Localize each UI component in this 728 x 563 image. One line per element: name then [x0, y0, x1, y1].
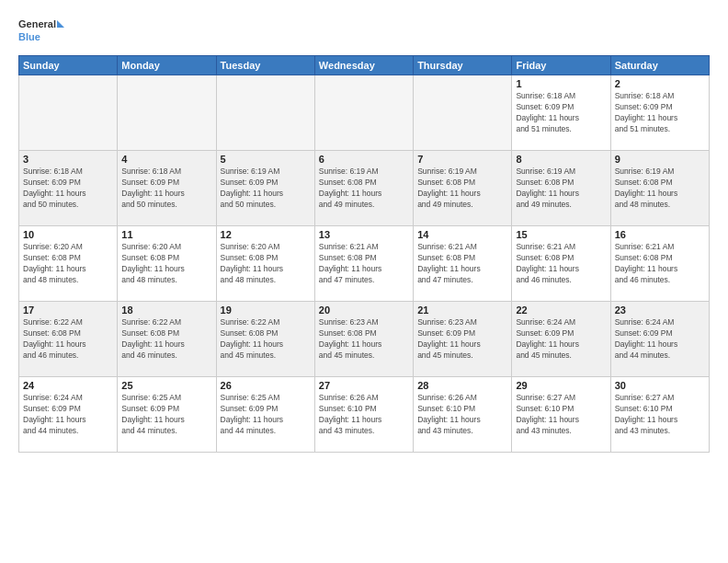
logo-svg: General Blue	[18, 15, 64, 48]
day-number: 3	[23, 154, 113, 165]
day-number: 7	[417, 154, 507, 165]
day-number: 11	[121, 229, 211, 240]
calendar-cell: 17Sunrise: 6:22 AM Sunset: 6:08 PM Dayli…	[19, 302, 118, 377]
calendar-cell	[216, 75, 314, 151]
calendar-cell: 7Sunrise: 6:19 AM Sunset: 6:08 PM Daylig…	[414, 151, 512, 226]
calendar-cell: 15Sunrise: 6:21 AM Sunset: 6:08 PM Dayli…	[512, 226, 610, 302]
day-info: Sunrise: 6:23 AM Sunset: 6:08 PM Dayligh…	[319, 317, 409, 362]
day-number: 13	[319, 229, 409, 240]
day-number: 26	[221, 380, 311, 391]
calendar-cell: 2Sunrise: 6:18 AM Sunset: 6:09 PM Daylig…	[610, 75, 709, 151]
day-info: Sunrise: 6:19 AM Sunset: 6:09 PM Dayligh…	[221, 167, 311, 211]
calendar-cell: 4Sunrise: 6:18 AM Sunset: 6:09 PM Daylig…	[118, 151, 216, 226]
calendar-cell: 3Sunrise: 6:18 AM Sunset: 6:09 PM Daylig…	[19, 151, 118, 226]
calendar-cell: 26Sunrise: 6:25 AM Sunset: 6:09 PM Dayli…	[216, 377, 314, 453]
calendar-cell: 13Sunrise: 6:21 AM Sunset: 6:08 PM Dayli…	[314, 226, 413, 302]
calendar-cell: 10Sunrise: 6:20 AM Sunset: 6:08 PM Dayli…	[19, 226, 118, 302]
day-info: Sunrise: 6:24 AM Sunset: 6:09 PM Dayligh…	[23, 393, 113, 437]
day-info: Sunrise: 6:27 AM Sunset: 6:10 PM Dayligh…	[516, 393, 606, 437]
calendar-cell	[414, 75, 512, 151]
day-number: 27	[319, 380, 409, 391]
calendar-cell: 29Sunrise: 6:27 AM Sunset: 6:10 PM Dayli…	[512, 377, 610, 453]
weekday-wednesday: Wednesday	[314, 56, 413, 75]
weekday-tuesday: Tuesday	[216, 56, 314, 75]
day-number: 22	[516, 304, 606, 316]
day-number: 4	[121, 154, 211, 165]
day-number: 19	[221, 304, 311, 316]
day-number: 18	[121, 304, 211, 316]
calendar-cell: 16Sunrise: 6:21 AM Sunset: 6:08 PM Dayli…	[610, 226, 709, 302]
day-number: 20	[319, 304, 409, 316]
day-number: 14	[417, 229, 507, 240]
svg-text:General: General	[18, 18, 56, 29]
day-info: Sunrise: 6:26 AM Sunset: 6:10 PM Dayligh…	[319, 393, 409, 437]
day-info: Sunrise: 6:25 AM Sunset: 6:09 PM Dayligh…	[221, 393, 311, 437]
svg-marker-2	[57, 20, 64, 28]
weekday-thursday: Thursday	[414, 56, 512, 75]
calendar-cell: 21Sunrise: 6:23 AM Sunset: 6:09 PM Dayli…	[414, 302, 512, 377]
day-info: Sunrise: 6:22 AM Sunset: 6:08 PM Dayligh…	[121, 317, 211, 362]
calendar-cell: 19Sunrise: 6:22 AM Sunset: 6:08 PM Dayli…	[216, 302, 314, 377]
day-info: Sunrise: 6:20 AM Sunset: 6:08 PM Dayligh…	[23, 242, 113, 286]
week-row-5: 24Sunrise: 6:24 AM Sunset: 6:09 PM Dayli…	[19, 377, 710, 453]
calendar-cell: 8Sunrise: 6:19 AM Sunset: 6:08 PM Daylig…	[512, 151, 610, 226]
day-info: Sunrise: 6:19 AM Sunset: 6:08 PM Dayligh…	[417, 167, 507, 211]
day-info: Sunrise: 6:21 AM Sunset: 6:08 PM Dayligh…	[516, 242, 606, 286]
logo: General Blue	[18, 15, 64, 48]
svg-text:Blue: Blue	[18, 31, 40, 42]
day-number: 29	[516, 380, 606, 391]
day-info: Sunrise: 6:19 AM Sunset: 6:08 PM Dayligh…	[615, 167, 705, 211]
day-number: 2	[615, 78, 705, 89]
day-info: Sunrise: 6:19 AM Sunset: 6:08 PM Dayligh…	[319, 167, 409, 211]
day-number: 23	[615, 304, 705, 316]
calendar-cell: 25Sunrise: 6:25 AM Sunset: 6:09 PM Dayli…	[118, 377, 216, 453]
calendar-cell: 11Sunrise: 6:20 AM Sunset: 6:08 PM Dayli…	[118, 226, 216, 302]
day-number: 30	[615, 380, 705, 391]
day-number: 17	[23, 304, 113, 316]
page-header: General Blue	[18, 15, 710, 48]
day-number: 25	[121, 380, 211, 391]
calendar-cell: 12Sunrise: 6:20 AM Sunset: 6:08 PM Dayli…	[216, 226, 314, 302]
day-number: 28	[417, 380, 507, 391]
week-row-2: 3Sunrise: 6:18 AM Sunset: 6:09 PM Daylig…	[19, 151, 710, 226]
day-info: Sunrise: 6:18 AM Sunset: 6:09 PM Dayligh…	[23, 167, 113, 211]
weekday-monday: Monday	[118, 56, 216, 75]
day-number: 15	[516, 229, 606, 240]
day-info: Sunrise: 6:22 AM Sunset: 6:08 PM Dayligh…	[221, 317, 311, 362]
day-info: Sunrise: 6:18 AM Sunset: 6:09 PM Dayligh…	[121, 167, 211, 211]
day-number: 10	[23, 229, 113, 240]
week-row-3: 10Sunrise: 6:20 AM Sunset: 6:08 PM Dayli…	[19, 226, 710, 302]
calendar-cell: 30Sunrise: 6:27 AM Sunset: 6:10 PM Dayli…	[610, 377, 709, 453]
calendar-cell: 23Sunrise: 6:24 AM Sunset: 6:09 PM Dayli…	[610, 302, 709, 377]
calendar-cell: 5Sunrise: 6:19 AM Sunset: 6:09 PM Daylig…	[216, 151, 314, 226]
calendar-cell: 6Sunrise: 6:19 AM Sunset: 6:08 PM Daylig…	[314, 151, 413, 226]
day-info: Sunrise: 6:18 AM Sunset: 6:09 PM Dayligh…	[615, 91, 705, 135]
weekday-friday: Friday	[512, 56, 610, 75]
weekday-header-row: SundayMondayTuesdayWednesdayThursdayFrid…	[19, 56, 710, 75]
day-number: 8	[516, 154, 606, 165]
calendar-cell: 24Sunrise: 6:24 AM Sunset: 6:09 PM Dayli…	[19, 377, 118, 453]
day-info: Sunrise: 6:21 AM Sunset: 6:08 PM Dayligh…	[319, 242, 409, 286]
calendar-cell: 28Sunrise: 6:26 AM Sunset: 6:10 PM Dayli…	[414, 377, 512, 453]
calendar-cell: 20Sunrise: 6:23 AM Sunset: 6:08 PM Dayli…	[314, 302, 413, 377]
calendar-cell	[19, 75, 118, 151]
day-number: 21	[417, 304, 507, 316]
calendar-cell: 9Sunrise: 6:19 AM Sunset: 6:08 PM Daylig…	[610, 151, 709, 226]
calendar-table: SundayMondayTuesdayWednesdayThursdayFrid…	[18, 55, 710, 453]
calendar-cell	[118, 75, 216, 151]
day-info: Sunrise: 6:26 AM Sunset: 6:10 PM Dayligh…	[417, 393, 507, 437]
calendar-cell: 27Sunrise: 6:26 AM Sunset: 6:10 PM Dayli…	[314, 377, 413, 453]
day-info: Sunrise: 6:24 AM Sunset: 6:09 PM Dayligh…	[615, 317, 705, 362]
day-info: Sunrise: 6:25 AM Sunset: 6:09 PM Dayligh…	[121, 393, 211, 437]
day-info: Sunrise: 6:23 AM Sunset: 6:09 PM Dayligh…	[417, 317, 507, 362]
day-info: Sunrise: 6:24 AM Sunset: 6:09 PM Dayligh…	[516, 317, 606, 362]
day-info: Sunrise: 6:22 AM Sunset: 6:08 PM Dayligh…	[23, 317, 113, 362]
calendar-cell: 1Sunrise: 6:18 AM Sunset: 6:09 PM Daylig…	[512, 75, 610, 151]
day-info: Sunrise: 6:20 AM Sunset: 6:08 PM Dayligh…	[221, 242, 311, 286]
day-info: Sunrise: 6:20 AM Sunset: 6:08 PM Dayligh…	[121, 242, 211, 286]
day-number: 9	[615, 154, 705, 165]
day-number: 24	[23, 380, 113, 391]
day-info: Sunrise: 6:19 AM Sunset: 6:08 PM Dayligh…	[516, 167, 606, 211]
day-number: 16	[615, 229, 705, 240]
week-row-4: 17Sunrise: 6:22 AM Sunset: 6:08 PM Dayli…	[19, 302, 710, 377]
